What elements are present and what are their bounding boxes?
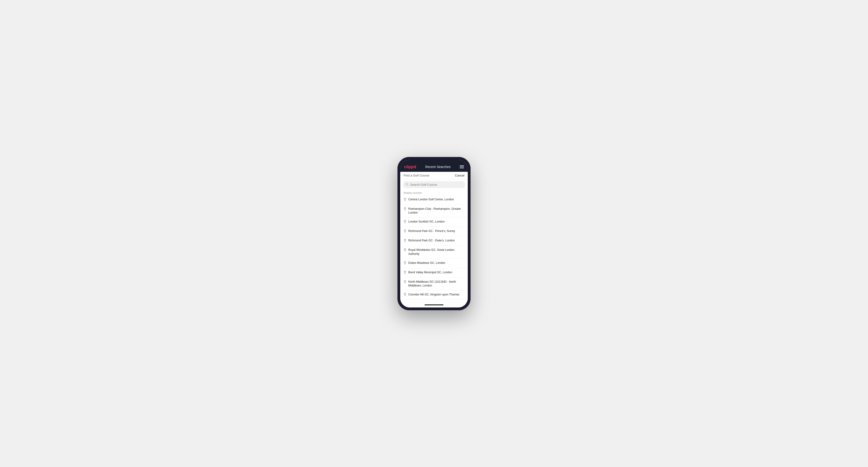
list-item[interactable]: Dukes Meadows GC, London (400, 259, 468, 268)
list-item[interactable]: Richmond Park GC - Prince's, Surrey (400, 227, 468, 236)
list-item[interactable]: Royal Wimbledon GC, Great London Authori… (400, 246, 468, 259)
phone-frame: clippd Recent Searches Find a Golf Cours… (397, 157, 471, 310)
svg-point-5 (405, 230, 405, 231)
svg-point-9 (405, 271, 405, 272)
cancel-button[interactable]: Cancel (455, 174, 464, 177)
search-input[interactable] (410, 183, 463, 186)
svg-point-4 (405, 221, 405, 221)
list-item[interactable]: Coombe Hill GC, Kingston upon Thames (400, 290, 468, 300)
phone-screen: clippd Recent Searches Find a Golf Cours… (400, 160, 468, 308)
location-pin-icon (404, 293, 406, 297)
course-name: Central London Golf Centre, London (408, 197, 454, 201)
top-bar: clippd Recent Searches (400, 163, 468, 172)
location-pin-icon (404, 198, 406, 202)
course-name: North Middlesex GC (1011942 - North Midd… (408, 280, 464, 288)
course-name: London Scottish GC, London (408, 220, 445, 224)
nearby-label: Nearby courses (400, 190, 468, 195)
top-bar-title: Recent Searches (425, 165, 451, 169)
course-name: Royal Wimbledon GC, Great London Authori… (408, 248, 464, 256)
location-pin-icon (404, 207, 406, 212)
menu-icon[interactable] (460, 165, 464, 168)
list-item[interactable]: Brent Valley Municipal GC, London (400, 268, 468, 278)
status-bar (400, 160, 468, 163)
svg-point-6 (405, 240, 405, 240)
search-icon (405, 183, 409, 186)
find-bar: Find a Golf Course Cancel (400, 172, 468, 179)
course-name: Coombe Hill GC, Kingston upon Thames (408, 292, 460, 297)
course-name: Dukes Meadows GC, London (408, 261, 445, 265)
svg-point-7 (405, 249, 405, 250)
svg-point-8 (405, 262, 405, 262)
svg-point-11 (405, 293, 405, 294)
course-name: Brent Valley Municipal GC, London (408, 271, 452, 275)
location-pin-icon (404, 271, 406, 275)
location-pin-icon (404, 280, 406, 284)
search-box[interactable] (403, 181, 465, 188)
find-label: Find a Golf Course (404, 174, 429, 177)
location-pin-icon (404, 248, 406, 252)
course-name: Roehampton Club - Roehampton, Greater Lo… (408, 207, 464, 215)
home-indicator (400, 302, 468, 308)
location-pin-icon (404, 220, 406, 224)
list-item[interactable]: North Middlesex GC (1011942 - North Midd… (400, 278, 468, 290)
courses-list: Central London Golf Centre, London Roeha… (400, 195, 468, 302)
course-name: Richmond Park GC - Duke's, London (408, 239, 455, 243)
list-item[interactable]: Richmond Park GC - Duke's, London (400, 236, 468, 246)
course-name: Richmond Park GC - Prince's, Surrey (408, 229, 455, 233)
list-item[interactable]: Central London Golf Centre, London (400, 195, 468, 205)
home-bar (425, 304, 443, 305)
location-pin-icon (404, 239, 406, 243)
list-item[interactable]: Roehampton Club - Roehampton, Greater Lo… (400, 205, 468, 218)
svg-line-1 (408, 185, 408, 186)
app-logo: clippd (404, 164, 416, 169)
location-pin-icon (404, 229, 406, 234)
list-item[interactable]: London Scottish GC, London (400, 217, 468, 227)
svg-point-3 (405, 208, 405, 208)
svg-point-10 (405, 281, 405, 281)
svg-point-2 (405, 198, 405, 199)
location-pin-icon (404, 261, 406, 266)
